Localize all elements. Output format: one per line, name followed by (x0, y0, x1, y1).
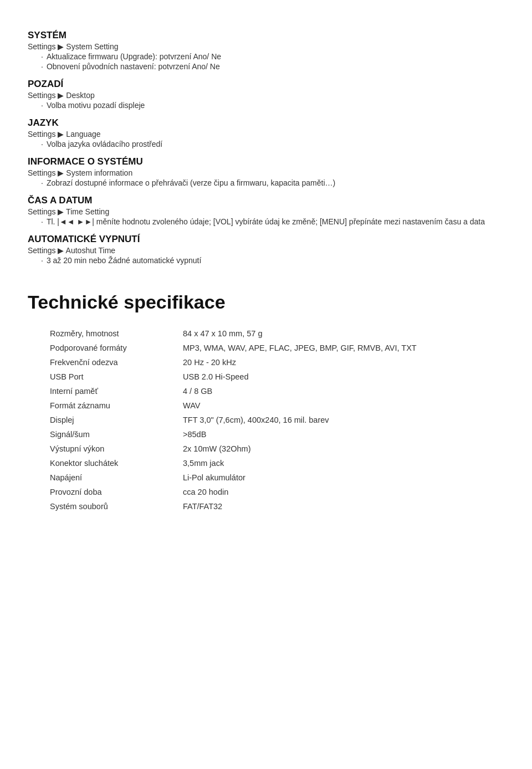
section-pozadi: POZADÍ Settings ▶ Desktop Volba motivu p… (28, 79, 504, 110)
section-system: SYSTÉM Settings ▶ System Setting Aktuali… (28, 30, 504, 71)
section-informace: INFORMACE O SYSTÉMU Settings ▶ System in… (28, 156, 504, 187)
tech-label: Systém souborů (28, 499, 183, 514)
heading-cas: ČAS A DATUM (28, 195, 504, 206)
tech-label: Výstupní výkon (28, 442, 183, 456)
tech-row: Formát záznamuWAV (28, 398, 504, 413)
tech-label: Provozní doba (28, 485, 183, 499)
section-auto: AUTOMATICKÉ VYPNUTÍ Settings ▶ Autoshut … (28, 234, 504, 265)
tech-section: Technické specifikace Rozměry, hmotnost8… (28, 291, 504, 514)
bullet-auto-0: 3 až 20 min nebo Žádné automatické vypnu… (41, 256, 504, 265)
path-cas: Settings ▶ Time Setting (28, 207, 504, 216)
tech-label: USB Port (28, 370, 183, 384)
tech-value: FAT/FAT32 (183, 499, 504, 514)
path-system: Settings ▶ System Setting (28, 42, 504, 51)
bullet-pozadi-0: Volba motivu pozadí displeje (41, 101, 504, 110)
bullet-system-0: Aktualizace firmwaru (Upgrade): potvrzen… (41, 52, 504, 61)
tech-row: Výstupní výkon2x 10mW (32Ohm) (28, 442, 504, 456)
tech-row: Provozní dobacca 20 hodin (28, 485, 504, 499)
section-cas: ČAS A DATUM Settings ▶ Time Setting Tl. … (28, 195, 504, 226)
bullet-cas-0: Tl. |◄◄ ►►| měníte hodnotu zvoleného úda… (41, 217, 504, 226)
path-jazyk: Settings ▶ Language (28, 130, 504, 139)
main-content: SYSTÉM Settings ▶ System Setting Aktuali… (28, 30, 504, 514)
tech-value: 4 / 8 GB (183, 384, 504, 398)
tech-title: Technické specifikace (28, 291, 504, 313)
tech-label: Formát záznamu (28, 398, 183, 413)
path-informace: Settings ▶ System information (28, 168, 504, 177)
tech-value: 2x 10mW (32Ohm) (183, 442, 504, 456)
heading-pozadi: POZADÍ (28, 79, 504, 90)
tech-label: Rozměry, hmotnost (28, 326, 183, 341)
tech-row: Systém souborůFAT/FAT32 (28, 499, 504, 514)
tech-value: MP3, WMA, WAV, APE, FLAC, JPEG, BMP, GIF… (183, 341, 504, 355)
tech-row: Konektor sluchátek3,5mm jack (28, 456, 504, 470)
bullet-informace-0: Zobrazí dostupné informace o přehrávači … (41, 178, 504, 187)
tech-row: USB PortUSB 2.0 Hi-Speed (28, 370, 504, 384)
tech-value: 20 Hz - 20 kHz (183, 355, 504, 370)
tech-label: Signál/šum (28, 427, 183, 442)
tech-label: Podporované formáty (28, 341, 183, 355)
path-auto: Settings ▶ Autoshut Time (28, 246, 504, 255)
section-jazyk: JAZYK Settings ▶ Language Volba jazyka o… (28, 117, 504, 148)
bullet-system-1: Obnovení původních nastavení: potvrzení … (41, 62, 504, 71)
tech-row: Rozměry, hmotnost84 x 47 x 10 mm, 57 g (28, 326, 504, 341)
heading-auto: AUTOMATICKÉ VYPNUTÍ (28, 234, 504, 245)
heading-system: SYSTÉM (28, 30, 504, 41)
heading-informace: INFORMACE O SYSTÉMU (28, 156, 504, 167)
tech-label: Frekvenční odezva (28, 355, 183, 370)
tech-row: Frekvenční odezva20 Hz - 20 kHz (28, 355, 504, 370)
tech-value: cca 20 hodin (183, 485, 504, 499)
tech-value: USB 2.0 Hi-Speed (183, 370, 504, 384)
tech-value: TFT 3,0" (7,6cm), 400x240, 16 mil. barev (183, 413, 504, 427)
tech-value: >85dB (183, 427, 504, 442)
tech-value: 84 x 47 x 10 mm, 57 g (183, 326, 504, 341)
path-pozadi: Settings ▶ Desktop (28, 91, 504, 100)
tech-value: Li-Pol akumulátor (183, 470, 504, 485)
heading-jazyk: JAZYK (28, 117, 504, 129)
tech-row: Interní paměť4 / 8 GB (28, 384, 504, 398)
tech-row: NapájeníLi-Pol akumulátor (28, 470, 504, 485)
tech-value: WAV (183, 398, 504, 413)
tech-row: DisplejTFT 3,0" (7,6cm), 400x240, 16 mil… (28, 413, 504, 427)
tech-table: Rozměry, hmotnost84 x 47 x 10 mm, 57 gPo… (28, 326, 504, 514)
tech-label: Konektor sluchátek (28, 456, 183, 470)
tech-label: Displej (28, 413, 183, 427)
bullet-jazyk-0: Volba jazyka ovládacího prostředí (41, 140, 504, 148)
tech-label: Napájení (28, 470, 183, 485)
tech-row: Podporované formátyMP3, WMA, WAV, APE, F… (28, 341, 504, 355)
tech-value: 3,5mm jack (183, 456, 504, 470)
tech-label: Interní paměť (28, 384, 183, 398)
tech-row: Signál/šum>85dB (28, 427, 504, 442)
